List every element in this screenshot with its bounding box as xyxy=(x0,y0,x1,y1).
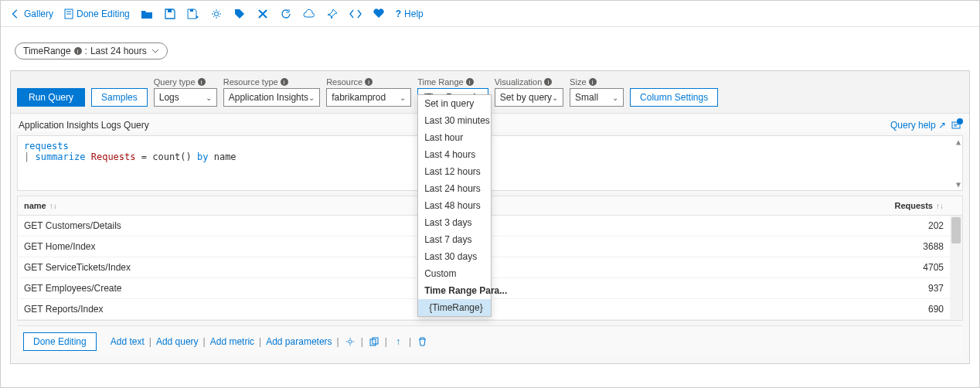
vertical-scrollbar[interactable] xyxy=(950,216,962,320)
resource-type-value: Application Insights xyxy=(229,92,308,103)
done-editing-link[interactable]: Done Editing xyxy=(64,9,130,19)
move-up-icon[interactable]: ↑ xyxy=(392,335,404,348)
gallery-link[interactable]: Gallery xyxy=(10,9,53,19)
samples-button[interactable]: Samples xyxy=(91,88,148,107)
time-range-menu-item[interactable]: Last 7 days xyxy=(418,231,491,248)
help-icon: ? xyxy=(396,9,401,19)
copy-icon[interactable] xyxy=(368,335,380,348)
pin-icon[interactable] xyxy=(326,8,339,20)
resource-type-dropdown[interactable]: Application Insights ⌄ xyxy=(223,88,320,107)
column-settings-button[interactable]: Column Settings xyxy=(630,88,718,107)
save-icon[interactable] xyxy=(164,8,176,20)
cloud-icon[interactable] xyxy=(303,8,315,20)
help-link[interactable]: ? Help xyxy=(396,9,424,19)
refresh-icon[interactable] xyxy=(280,8,292,20)
time-range-menu-item[interactable]: Set in query xyxy=(418,95,491,112)
run-query-button[interactable]: Run Query xyxy=(17,88,85,107)
add-query-link[interactable]: Add query xyxy=(156,336,199,347)
scroll-up-icon[interactable]: ▲ xyxy=(956,138,961,146)
close-icon[interactable] xyxy=(257,8,269,20)
heart-icon[interactable] xyxy=(373,8,385,20)
back-arrow-icon xyxy=(10,9,21,19)
external-link-icon: ↗ xyxy=(938,120,946,131)
scroll-down-icon[interactable]: ▼ xyxy=(956,180,961,189)
query-controls-row: Run Query Samples Query typei Logs ⌄ Res… xyxy=(11,71,969,114)
save-as-icon[interactable] xyxy=(187,8,199,20)
gear-icon[interactable] xyxy=(210,8,223,20)
resource-dropdown[interactable]: fabrikamprod ⌄ xyxy=(326,88,411,107)
notification-icon[interactable] xyxy=(951,120,961,131)
query-type-label: Query typei xyxy=(154,77,217,87)
pill-param: TimeRange xyxy=(23,46,71,56)
time-range-menu-item[interactable]: Last 30 minutes xyxy=(418,112,491,129)
time-range-menu-item[interactable]: Time Range Para... xyxy=(418,282,491,299)
help-label: Help xyxy=(404,9,424,19)
top-toolbar: Gallery Done Editing ? Help xyxy=(1,1,979,27)
time-range-menu-item[interactable]: Last hour xyxy=(418,129,491,146)
resource-type-label: Resource typei xyxy=(223,77,320,87)
query-panel: Run Query Samples Query typei Logs ⌄ Res… xyxy=(10,70,970,364)
time-range-menu-item[interactable]: Last 48 hours xyxy=(418,197,491,214)
cell-requests: 4705 xyxy=(880,257,950,277)
svg-rect-1 xyxy=(168,9,172,12)
code-token: Requests xyxy=(85,151,135,162)
query-help-link[interactable]: Query help ↗ xyxy=(890,120,946,131)
scrollbar-thumb[interactable] xyxy=(951,217,961,243)
time-range-label: Time Rangei xyxy=(417,77,488,87)
time-range-menu-item[interactable]: Last 12 hours xyxy=(418,163,491,180)
info-icon: i xyxy=(74,47,82,55)
svg-point-3 xyxy=(214,12,218,15)
time-range-menu-item[interactable]: Custom xyxy=(418,265,491,282)
query-type-dropdown[interactable]: Logs ⌄ xyxy=(154,88,217,107)
time-range-menu-item[interactable]: Last 30 days xyxy=(418,248,491,265)
svg-rect-2 xyxy=(190,9,193,12)
size-label: Sizei xyxy=(570,77,624,87)
resource-value: fabrikamprod xyxy=(332,92,386,103)
time-range-menu: Set in queryLast 30 minutesLast hourLast… xyxy=(417,94,492,317)
sort-icon: ↑↓ xyxy=(936,202,944,210)
open-folder-icon[interactable] xyxy=(141,8,153,20)
code-token: summarize xyxy=(35,151,85,162)
visualization-dropdown[interactable]: Set by query ⌄ xyxy=(495,88,563,107)
document-icon xyxy=(64,9,73,19)
time-range-menu-item[interactable]: Last 4 hours xyxy=(418,146,491,163)
info-icon: i xyxy=(281,78,288,86)
chevron-down-icon: ⌄ xyxy=(612,94,618,102)
cell-requests: 690 xyxy=(880,299,950,319)
code-token: | xyxy=(24,151,35,162)
info-icon: i xyxy=(365,78,373,86)
chevron-down-icon: ⌄ xyxy=(400,94,406,102)
pill-sep: : xyxy=(85,46,87,56)
gallery-label: Gallery xyxy=(24,9,53,19)
done-editing-button[interactable]: Done Editing xyxy=(23,332,97,351)
add-parameters-link[interactable]: Add parameters xyxy=(266,336,332,347)
visualization-value: Set by query xyxy=(500,92,552,103)
pill-value: Last 24 hours xyxy=(90,46,147,56)
size-dropdown[interactable]: Small ⌄ xyxy=(570,88,624,107)
info-icon: i xyxy=(544,78,552,86)
section-title: Application Insights Logs Query xyxy=(19,120,149,131)
column-header-requests[interactable]: Requests ↑↓ xyxy=(880,196,950,215)
time-range-menu-item[interactable]: {TimeRange} xyxy=(418,299,491,316)
delete-icon[interactable] xyxy=(416,335,428,348)
query-type-value: Logs xyxy=(159,92,179,103)
code-token: by xyxy=(192,151,214,162)
tag-icon[interactable] xyxy=(233,8,246,20)
visualization-label: Visualizationi xyxy=(495,77,563,87)
add-metric-link[interactable]: Add metric xyxy=(210,336,254,347)
code-icon[interactable] xyxy=(349,8,362,20)
done-editing-label: Done Editing xyxy=(77,9,130,19)
size-value: Small xyxy=(575,92,598,103)
add-text-link[interactable]: Add text xyxy=(111,336,145,347)
time-range-menu-item[interactable]: Last 3 days xyxy=(418,214,491,231)
panel-footer: Done Editing Add text | Add query | Add … xyxy=(17,325,963,357)
code-token: = xyxy=(136,151,153,162)
chevron-down-icon: ⌄ xyxy=(552,94,558,102)
timerange-pill[interactable]: TimeRange i : Last 24 hours xyxy=(15,43,168,60)
time-range-menu-item[interactable]: Last 24 hours xyxy=(418,180,491,197)
gear-icon[interactable] xyxy=(344,335,356,348)
cell-requests: 202 xyxy=(880,216,950,236)
info-icon: i xyxy=(466,78,474,86)
info-icon: i xyxy=(589,78,597,86)
chevron-down-icon xyxy=(151,48,159,54)
